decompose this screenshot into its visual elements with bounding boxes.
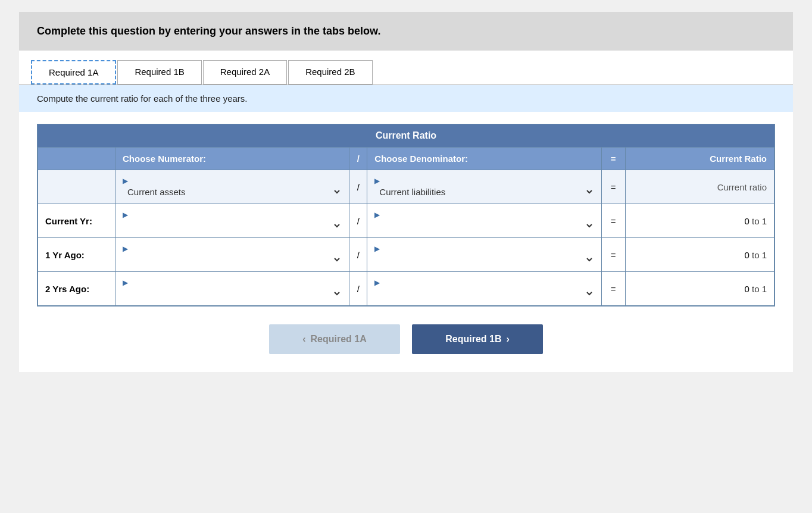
prev-chevron-icon: ‹ — [302, 334, 305, 345]
header-text: Complete this question by entering your … — [37, 25, 380, 37]
prev-button[interactable]: ‹ Required 1A — [269, 324, 400, 354]
formula-row: ▶ Current assets / ▶ Current liabilities — [38, 170, 774, 204]
denominator-arrow-2yr-icon: ▶ — [374, 279, 380, 287]
tab-required-2b[interactable]: Required 2B — [288, 60, 372, 85]
col-label — [38, 148, 115, 170]
next-button-label: Required 1B — [445, 334, 501, 345]
equals-cell-2yrs-ago: = — [601, 272, 625, 306]
denominator-cell-current-yr[interactable]: ▶ — [367, 204, 601, 238]
formula-result-text: Current ratio — [717, 182, 767, 192]
next-chevron-icon: › — [506, 334, 509, 345]
formula-divider-cell: / — [349, 170, 367, 204]
table-row-current-yr: Current Yr: ▶ / ▶ — [38, 204, 774, 238]
divider-cell-current-yr: / — [349, 204, 367, 238]
denominator-select-2yrs-ago[interactable] — [374, 287, 594, 301]
prev-button-label: Required 1A — [311, 334, 367, 345]
tabs-area: Required 1A Required 1B Required 2A Requ… — [19, 51, 793, 85]
numerator-cell-current-yr[interactable]: ▶ — [115, 204, 349, 238]
formula-result-cell: Current ratio — [625, 170, 774, 204]
denominator-cell-2yrs-ago[interactable]: ▶ — [367, 272, 601, 306]
formula-numerator-cell[interactable]: ▶ Current assets — [115, 170, 349, 204]
result-cell-current-yr: 0 to 1 — [625, 204, 774, 238]
formula-numerator-select[interactable]: Current assets — [123, 185, 342, 199]
header-banner: Complete this question by entering your … — [19, 12, 793, 51]
content-area: Current Ratio Choose Numerator: / Choose… — [19, 112, 793, 372]
table-title: Current Ratio — [38, 124, 774, 147]
col-denominator: Choose Denominator: — [367, 148, 601, 170]
label-2yrs-ago: 2 Yrs Ago: — [38, 272, 115, 306]
col-result: Current Ratio — [625, 148, 774, 170]
formula-denominator-select[interactable]: Current liabilities — [374, 185, 594, 199]
current-ratio-table: Choose Numerator: / Choose Denominator: … — [38, 147, 774, 306]
numerator-cell-2yrs-ago[interactable]: ▶ — [115, 272, 349, 306]
page-container: Complete this question by entering your … — [19, 12, 793, 372]
tab-required-1b[interactable]: Required 1B — [117, 60, 201, 85]
numerator-select-current-yr[interactable] — [123, 219, 342, 233]
divider-cell-1yr-ago: / — [349, 238, 367, 272]
equals-cell-1yr-ago: = — [601, 238, 625, 272]
denominator-arrow-1yr-icon: ▶ — [374, 245, 380, 253]
col-equals: = — [601, 148, 625, 170]
table-row-2yrs-ago: 2 Yrs Ago: ▶ / ▶ — [38, 272, 774, 306]
numerator-cell-1yr-ago[interactable]: ▶ — [115, 238, 349, 272]
denominator-cell-1yr-ago[interactable]: ▶ — [367, 238, 601, 272]
col-divider: / — [349, 148, 367, 170]
numerator-arrow-1yr-icon: ▶ — [123, 245, 128, 253]
numerator-select-2yrs-ago[interactable] — [123, 287, 342, 301]
denominator-arrow-icon: ▶ — [374, 177, 380, 185]
denominator-select-current-yr[interactable] — [374, 219, 594, 233]
denominator-select-1yr-ago[interactable] — [374, 253, 594, 267]
numerator-arrow-icon: ▶ — [123, 177, 128, 185]
result-cell-1yr-ago: 0 to 1 — [625, 238, 774, 272]
numerator-arrow-yr-icon: ▶ — [123, 211, 128, 219]
equals-cell-current-yr: = — [601, 204, 625, 238]
table-header-row: Choose Numerator: / Choose Denominator: … — [38, 148, 774, 170]
instruction-bar: Compute the current ratio for each of th… — [19, 85, 793, 112]
result-cell-2yrs-ago: 0 to 1 — [625, 272, 774, 306]
denominator-arrow-yr-icon: ▶ — [374, 211, 380, 219]
col-numerator: Choose Numerator: — [115, 148, 349, 170]
label-current-yr: Current Yr: — [38, 204, 115, 238]
to-one-2yrs-ago: to 1 — [752, 284, 767, 294]
tab-required-2a[interactable]: Required 2A — [203, 60, 287, 85]
numerator-select-1yr-ago[interactable] — [123, 253, 342, 267]
table-row-1yr-ago: 1 Yr Ago: ▶ / ▶ — [38, 238, 774, 272]
to-one-1yr-ago: to 1 — [752, 250, 767, 260]
divider-cell-2yrs-ago: / — [349, 272, 367, 306]
to-one-current-yr: to 1 — [752, 216, 767, 226]
label-1yr-ago: 1 Yr Ago: — [38, 238, 115, 272]
numerator-arrow-2yr-icon: ▶ — [123, 279, 128, 287]
result-value-2yrs-ago: 0 — [744, 284, 749, 294]
bottom-buttons: ‹ Required 1A Required 1B › — [37, 324, 775, 354]
result-value-current-yr: 0 — [744, 216, 749, 226]
next-button[interactable]: Required 1B › — [412, 324, 543, 354]
result-value-1yr-ago: 0 — [744, 250, 749, 260]
tab-required-1a[interactable]: Required 1A — [31, 60, 116, 85]
current-ratio-table-container: Current Ratio Choose Numerator: / Choose… — [37, 124, 775, 306]
formula-equals-cell: = — [601, 170, 625, 204]
instruction-text: Compute the current ratio for each of th… — [37, 93, 248, 104]
formula-denominator-cell[interactable]: ▶ Current liabilities — [367, 170, 601, 204]
formula-label-cell — [38, 170, 115, 204]
